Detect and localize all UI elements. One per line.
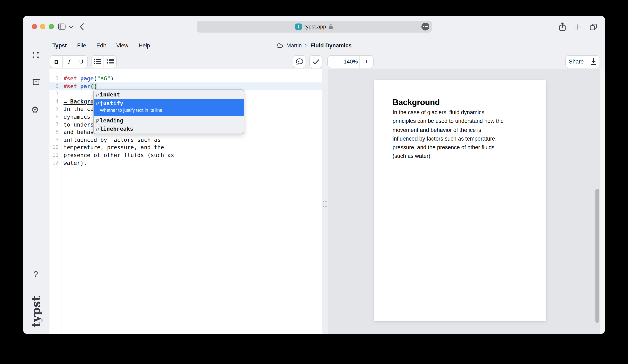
line-number: 9	[50, 136, 61, 144]
breadcrumb-separator: >	[305, 42, 308, 48]
code-line[interactable]: #set page("a6")	[62, 74, 322, 82]
autocomplete-description: Whether to justify text in its line.	[100, 107, 244, 113]
divider-drag-handle[interactable]	[323, 201, 326, 207]
autocomplete-label: justify	[100, 100, 123, 106]
sidebar-toggle-button[interactable]	[58, 23, 66, 30]
svg-text:2: 2	[106, 62, 108, 65]
minus-icon: −	[333, 58, 337, 65]
page-body-line: pressure, and the presence of other flui…	[392, 143, 504, 152]
chrome-divider	[68, 22, 68, 32]
plus-icon: +	[365, 58, 368, 65]
line-number: 10	[50, 144, 61, 151]
line-number: 12	[50, 159, 61, 166]
files-button[interactable]	[32, 78, 40, 86]
code-line[interactable]: #set par()	[62, 82, 322, 90]
autocomplete-item[interactable]: plinebreaks	[94, 125, 244, 133]
zoom-in-button[interactable]: +	[360, 56, 373, 68]
list-group: 1 2	[91, 55, 117, 68]
parameter-icon: p	[96, 100, 98, 106]
line-number: 5	[50, 105, 61, 113]
code-line[interactable]: influenced by factors such as	[62, 136, 322, 144]
underline-button[interactable]: U	[75, 56, 87, 68]
page-body-line: (such as water).	[392, 152, 504, 161]
sidebar-toggle-icon	[58, 23, 66, 30]
line-number: 6	[50, 113, 61, 121]
browser-window: t typst.app	[23, 16, 605, 334]
page-body-line: In the case of glaciers, fluid dynamics	[392, 108, 504, 117]
new-tab-button[interactable]	[574, 23, 581, 30]
autocomplete-popup: pindentpjustifyWhether to justify text i…	[93, 89, 244, 134]
code-line[interactable]: presence of other fluids (such as	[62, 151, 322, 159]
autocomplete-item[interactable]: pindent	[94, 90, 244, 99]
back-button[interactable]	[79, 23, 84, 30]
comment-bubble-icon	[296, 58, 303, 65]
line-number: 4	[50, 98, 61, 105]
bold-button[interactable]: B	[50, 56, 63, 68]
share-button-label: Share	[569, 59, 584, 65]
bold-glyph: B	[54, 58, 58, 65]
share-page-button[interactable]	[559, 22, 566, 31]
checkmark-icon	[312, 59, 319, 64]
numbered-list-icon: 1 2	[106, 59, 114, 65]
bullet-list-button[interactable]	[91, 56, 104, 68]
preview-page: Background In the case of glaciers, flui…	[374, 80, 546, 321]
zoom-level-value: 140%	[343, 59, 358, 65]
typst-logo: typst	[27, 294, 45, 328]
zoom-out-button[interactable]: −	[328, 56, 342, 68]
zoom-window-button[interactable]	[49, 24, 54, 29]
share-button[interactable]: Share	[566, 56, 587, 68]
share-export-group: Share	[565, 55, 600, 68]
download-button[interactable]	[587, 56, 600, 68]
autocomplete-item[interactable]: pjustifyWhether to justify text in its l…	[94, 99, 244, 116]
page-body: In the case of glaciers, fluid dynamicsp…	[392, 108, 504, 161]
line-number: 1	[50, 74, 61, 82]
code-line[interactable]: temperature, pressure, and the	[62, 144, 322, 151]
typst-logo-text: typst	[30, 295, 42, 327]
line-number: 7	[50, 121, 61, 128]
back-arrow-icon	[79, 23, 84, 30]
page-body-line: influenced by factors such as temperatur…	[392, 134, 504, 143]
line-number: 11	[50, 151, 61, 159]
page-options-button[interactable]	[421, 23, 429, 30]
lock-icon	[329, 24, 333, 29]
share-icon	[559, 22, 566, 31]
comments-button[interactable]	[293, 55, 306, 68]
spellcheck-button[interactable]	[309, 55, 322, 68]
breadcrumb: Martin > Fluid Dynamics	[23, 40, 605, 50]
breadcrumb-document-title[interactable]: Fluid Dynamics	[311, 42, 352, 48]
tab-overview-button[interactable]	[590, 23, 597, 30]
underline-glyph: U	[79, 59, 83, 65]
question-mark-icon: ?	[33, 270, 38, 279]
autocomplete-item[interactable]: pleading	[94, 116, 244, 125]
line-number: 2	[50, 82, 61, 90]
typst-favicon: t	[295, 23, 302, 30]
help-button[interactable]: ?	[33, 270, 38, 279]
code-line[interactable]: water).	[62, 159, 322, 166]
numbered-list-button[interactable]: 1 2	[104, 56, 116, 68]
page-body-line: principles can be used to understand how…	[392, 117, 504, 126]
tray-icon	[32, 78, 40, 86]
bullet-list-icon	[94, 59, 101, 65]
gear-icon: ⚙	[31, 105, 39, 115]
address-bar[interactable]: t typst.app	[197, 21, 432, 33]
app-grid-button[interactable]	[33, 52, 40, 59]
preview-scrollbar-thumb[interactable]	[595, 189, 599, 323]
settings-button[interactable]: ⚙	[31, 105, 39, 115]
line-number: 8	[50, 128, 61, 136]
tabs-icon	[590, 23, 597, 30]
italic-glyph: I	[68, 58, 70, 65]
svg-text:1: 1	[106, 59, 108, 62]
parameter-icon: p	[96, 92, 98, 97]
zoom-level-button[interactable]: 140%	[342, 56, 360, 68]
pane-divider[interactable]	[322, 69, 328, 334]
download-icon	[590, 58, 596, 65]
chevron-down-icon	[69, 26, 74, 28]
screenshot-stage: t typst.app	[0, 0, 628, 364]
parameter-icon: p	[96, 118, 98, 123]
plus-icon	[574, 23, 581, 30]
breadcrumb-workspace[interactable]: Martin	[286, 42, 302, 48]
minimize-window-button[interactable]	[40, 24, 45, 29]
close-window-button[interactable]	[32, 24, 37, 29]
italic-button[interactable]: I	[63, 56, 75, 68]
tab-group-chevron-button[interactable]	[69, 26, 74, 28]
